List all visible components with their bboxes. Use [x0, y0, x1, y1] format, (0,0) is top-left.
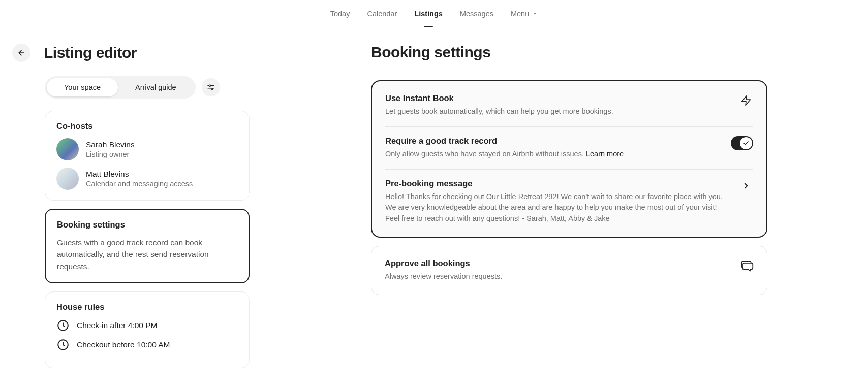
nav-calendar[interactable]: Calendar	[367, 8, 397, 20]
instant-book-card[interactable]: Use Instant Book Let guests book automat…	[371, 80, 767, 238]
cohost-role: Listing owner	[86, 150, 135, 158]
arrow-left-icon	[17, 49, 25, 57]
track-record-heading: Require a good track record	[385, 136, 721, 146]
nav-messages[interactable]: Messages	[460, 8, 493, 20]
chevron-right-icon[interactable]	[739, 179, 753, 193]
avatar	[56, 138, 79, 160]
svg-point-4	[211, 88, 212, 90]
left-scroll-area[interactable]: Co-hosts Sarah Blevins Listing owner Mat…	[45, 111, 257, 378]
page-title: Listing editor	[44, 44, 137, 61]
instant-book-desc: Let guests book automatically, which can…	[385, 106, 729, 117]
instant-book-heading: Use Instant Book	[385, 93, 729, 103]
checkout-text: Checkout before 10:00 AM	[77, 340, 170, 349]
booking-settings-card-title: Booking settings	[57, 220, 237, 230]
nav-menu-label: Menu	[511, 10, 529, 18]
house-rules-card[interactable]: House rules Check-in after 4:00 PM Check…	[45, 291, 250, 368]
left-pane: Listing editor Your space Arrival guide …	[0, 27, 269, 390]
house-rules-title: House rules	[56, 302, 238, 312]
chevron-down-icon	[532, 11, 538, 16]
checkin-text: Check-in after 4:00 PM	[77, 321, 158, 330]
approve-all-heading: Approve all bookings	[385, 258, 729, 268]
clock-icon	[56, 338, 70, 351]
filter-button[interactable]	[202, 78, 220, 96]
rule-row: Check-in after 4:00 PM	[56, 319, 238, 332]
cohosts-card[interactable]: Co-hosts Sarah Blevins Listing owner Mat…	[45, 111, 250, 201]
nav-listings[interactable]: Listings	[414, 8, 443, 20]
cohost-role: Calendar and messaging access	[86, 180, 193, 188]
lightning-icon	[739, 93, 753, 108]
top-nav: Today Calendar Listings Messages Menu	[0, 0, 868, 27]
booking-settings-card[interactable]: Booking settings Guests with a good trac…	[45, 209, 250, 283]
cohost-name: Sarah Blevins	[86, 140, 135, 149]
clock-icon	[56, 319, 70, 332]
track-record-toggle[interactable]	[731, 136, 753, 150]
booking-settings-title: Booking settings	[371, 44, 848, 61]
sliders-icon	[207, 83, 215, 91]
svg-marker-7	[742, 96, 751, 105]
editor-tabs: Your space Arrival guide	[45, 76, 196, 99]
cohost-row: Sarah Blevins Listing owner	[56, 138, 238, 160]
tab-arrival-guide[interactable]: Arrival guide	[118, 78, 194, 96]
tab-your-space[interactable]: Your space	[47, 78, 118, 96]
svg-point-2	[209, 85, 210, 86]
track-record-desc-text: Only allow guests who have stayed on Air…	[385, 150, 586, 158]
messages-icon	[739, 258, 754, 273]
nav-today[interactable]: Today	[330, 8, 350, 20]
prebooking-desc: Hello! Thanks for checking out Our Littl…	[385, 191, 729, 224]
approve-all-card[interactable]: Approve all bookings Always review reser…	[371, 246, 767, 295]
right-pane: Booking settings Use Instant Book Let gu…	[269, 27, 868, 390]
nav-menu[interactable]: Menu	[511, 8, 538, 20]
back-button[interactable]	[12, 44, 30, 62]
track-record-desc: Only allow guests who have stayed on Air…	[385, 149, 721, 160]
cohosts-title: Co-hosts	[56, 121, 238, 131]
learn-more-link[interactable]: Learn more	[586, 150, 624, 158]
avatar	[56, 168, 79, 190]
cohost-row: Matt Blevins Calendar and messaging acce…	[56, 168, 238, 190]
rule-row: Checkout before 10:00 AM	[56, 338, 238, 351]
check-icon	[743, 140, 749, 146]
booking-settings-card-desc: Guests with a good track record can book…	[57, 237, 237, 272]
cohost-name: Matt Blevins	[86, 170, 193, 179]
prebooking-heading: Pre-booking message	[385, 179, 729, 188]
approve-all-desc: Always review reservation requests.	[385, 271, 729, 282]
